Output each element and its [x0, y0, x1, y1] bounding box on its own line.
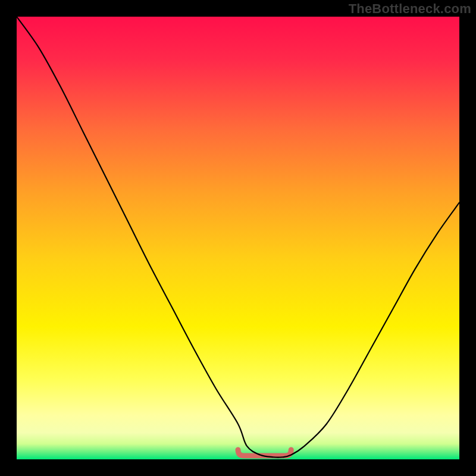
plot-area [17, 17, 459, 459]
watermark-text: TheBottleneck.com [349, 1, 471, 17]
gradient-background [17, 17, 459, 459]
chart-frame: TheBottleneck.com [0, 0, 476, 476]
bottleneck-curve-chart [17, 17, 459, 459]
